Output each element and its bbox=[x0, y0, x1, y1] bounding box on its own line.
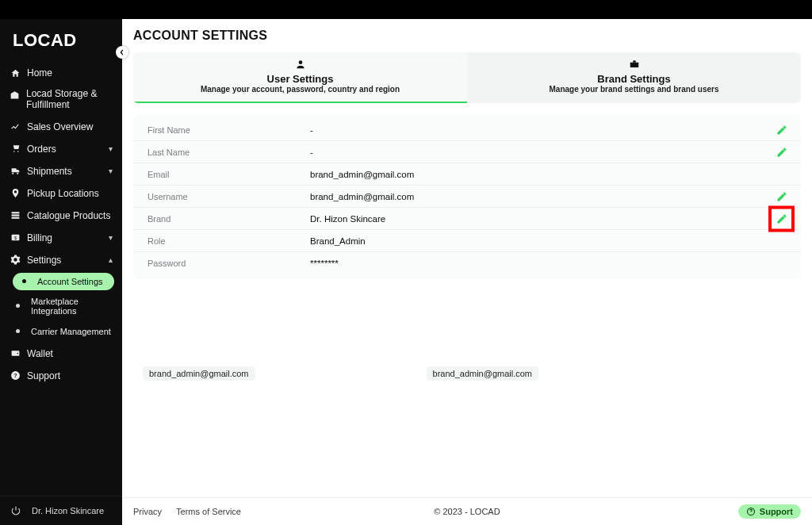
sidebar-item-sales-overview[interactable]: Sales Overview bbox=[0, 116, 122, 138]
main-content: ACCOUNT SETTINGS User Settings Manage yo… bbox=[122, 19, 812, 525]
sidebar-item-settings[interactable]: Settings ▴ bbox=[0, 249, 122, 271]
sidebar-item-wallet[interactable]: Wallet bbox=[0, 343, 122, 365]
settings-subnav: Account Settings Marketplace Integration… bbox=[0, 273, 122, 343]
svg-rect-10 bbox=[630, 63, 638, 67]
field-label: Brand bbox=[147, 214, 310, 224]
autofill-suggestions: brand_admin@gmail.com brand_admin@gmail.… bbox=[133, 366, 801, 381]
sidebar-item-label: Pickup Locations bbox=[27, 188, 99, 199]
help-icon bbox=[746, 507, 756, 516]
logo: LOCAD bbox=[0, 19, 122, 62]
power-icon[interactable] bbox=[10, 504, 22, 517]
sidebar-item-storage-fulfillment[interactable]: Locad Storage & Fulfillment bbox=[0, 84, 122, 116]
footer-privacy-link[interactable]: Privacy bbox=[133, 507, 162, 516]
field-last-name: Last Name - bbox=[133, 141, 801, 163]
suggestion-chip[interactable]: brand_admin@gmail.com bbox=[427, 366, 539, 381]
cart-icon bbox=[10, 144, 21, 155]
tab-title: User Settings bbox=[141, 73, 459, 85]
tab-user-settings[interactable]: User Settings Manage your account, passw… bbox=[133, 52, 467, 103]
field-brand: Brand Dr. Hizon Skincare bbox=[133, 208, 801, 230]
support-button[interactable]: Support bbox=[738, 504, 801, 519]
footer-terms-link[interactable]: Terms of Service bbox=[176, 507, 241, 516]
sidebar-item-label: Carrier Management bbox=[31, 327, 111, 336]
sidebar-sub-account-settings[interactable]: Account Settings bbox=[13, 273, 114, 290]
chevron-down-icon: ▾ bbox=[109, 167, 113, 175]
tab-brand-settings[interactable]: Brand Settings Manage your brand setting… bbox=[467, 52, 801, 103]
tab-subtitle: Manage your account, password, country a… bbox=[141, 85, 459, 94]
briefcase-icon bbox=[629, 59, 640, 70]
suggestion-chip[interactable]: brand_admin@gmail.com bbox=[143, 366, 255, 381]
sidebar-item-label: Billing bbox=[27, 232, 52, 243]
svg-text:$: $ bbox=[13, 236, 16, 240]
sidebar-footer: Dr. Hizon Skincare bbox=[0, 496, 122, 525]
user-settings-panel: First Name - Last Name - Email brand_adm… bbox=[133, 114, 801, 279]
field-first-name: First Name - bbox=[133, 119, 801, 141]
chevron-down-icon: ▾ bbox=[109, 233, 113, 242]
bullet-icon bbox=[16, 329, 20, 333]
svg-text:?: ? bbox=[13, 373, 17, 378]
field-value: - bbox=[310, 125, 313, 135]
edit-last-name-button[interactable] bbox=[774, 144, 790, 160]
sidebar-item-label: Home bbox=[27, 67, 52, 79]
sidebar-item-label: Catalogue Products bbox=[27, 210, 110, 221]
field-label: Last Name bbox=[147, 148, 310, 157]
sidebar-item-label: Sales Overview bbox=[27, 121, 93, 132]
sidebar-item-label: Marketplace Integrations bbox=[31, 297, 113, 316]
chevron-up-icon: ▴ bbox=[109, 255, 113, 264]
bullet-icon bbox=[16, 304, 20, 308]
field-label: Email bbox=[147, 170, 310, 179]
field-value: Brand_Admin bbox=[310, 236, 366, 246]
svg-rect-2 bbox=[11, 217, 19, 219]
field-value: brand_admin@gmail.com bbox=[310, 192, 414, 201]
sidebar-item-label: Locad Storage & Fulfillment bbox=[26, 89, 113, 111]
gear-icon bbox=[10, 255, 21, 266]
field-value: ******** bbox=[310, 259, 339, 268]
sidebar-item-label: Wallet bbox=[27, 348, 53, 359]
current-brand-name: Dr. Hizon Skincare bbox=[32, 506, 104, 515]
sidebar-item-home[interactable]: Home bbox=[0, 62, 122, 84]
settings-tabs: User Settings Manage your account, passw… bbox=[133, 52, 801, 103]
sidebar-sub-carrier-management[interactable]: Carrier Management bbox=[5, 320, 122, 343]
sidebar-item-billing[interactable]: $ Billing ▾ bbox=[0, 227, 122, 249]
svg-rect-1 bbox=[11, 215, 19, 217]
sidebar-item-shipments[interactable]: Shipments ▾ bbox=[0, 160, 122, 182]
sidebar: LOCAD Home Locad Storage & Fulfillment S… bbox=[0, 19, 122, 525]
page-footer: Privacy Terms of Service © 2023 - LOCAD … bbox=[122, 497, 812, 525]
sidebar-item-label: Settings bbox=[27, 255, 61, 266]
edit-first-name-button[interactable] bbox=[774, 122, 790, 138]
sidebar-sub-marketplace-integrations[interactable]: Marketplace Integrations bbox=[5, 292, 122, 320]
svg-point-9 bbox=[298, 60, 302, 64]
support-button-label: Support bbox=[760, 507, 793, 516]
field-email: Email brand_admin@gmail.com bbox=[133, 163, 801, 186]
footer-links: Privacy Terms of Service bbox=[133, 507, 241, 516]
svg-rect-0 bbox=[11, 212, 19, 213]
field-value: brand_admin@gmail.com bbox=[310, 170, 414, 179]
user-icon bbox=[295, 59, 306, 70]
field-label: Role bbox=[147, 236, 310, 246]
wallet-icon bbox=[10, 348, 21, 359]
sidebar-nav: Home Locad Storage & Fulfillment Sales O… bbox=[0, 62, 122, 496]
sidebar-item-label: Support bbox=[27, 370, 60, 381]
billing-icon: $ bbox=[10, 232, 21, 243]
field-label: Username bbox=[147, 192, 310, 201]
footer-copyright: © 2023 - LOCAD bbox=[434, 507, 500, 516]
truck-icon bbox=[10, 166, 21, 177]
field-username: Username brand_admin@gmail.com bbox=[133, 186, 801, 208]
field-label: First Name bbox=[147, 125, 310, 135]
location-icon bbox=[10, 188, 21, 199]
sidebar-item-pickup-locations[interactable]: Pickup Locations bbox=[0, 182, 122, 205]
edit-brand-button[interactable] bbox=[774, 211, 790, 227]
warehouse-icon bbox=[10, 89, 20, 100]
tab-subtitle: Manage your brand settings and brand use… bbox=[475, 85, 793, 94]
field-value: Dr. Hizon Skincare bbox=[310, 214, 385, 224]
sidebar-item-orders[interactable]: Orders ▾ bbox=[0, 138, 122, 160]
sidebar-item-catalogue-products[interactable]: Catalogue Products bbox=[0, 205, 122, 227]
help-icon: ? bbox=[10, 370, 21, 381]
logo-text: LOCAD bbox=[13, 30, 77, 50]
sidebar-item-support[interactable]: ? Support bbox=[0, 365, 122, 387]
bullet-icon bbox=[22, 279, 26, 283]
edit-username-button[interactable] bbox=[774, 189, 790, 205]
home-icon bbox=[10, 67, 21, 79]
catalogue-icon bbox=[10, 210, 21, 221]
field-value: - bbox=[310, 148, 313, 157]
browser-top-bar bbox=[0, 0, 812, 19]
